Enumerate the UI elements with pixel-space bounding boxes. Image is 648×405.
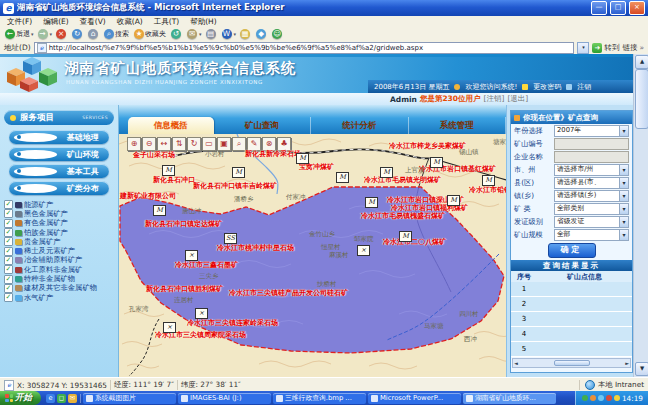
mine-label[interactable]: 金子山采石场 — [133, 150, 175, 160]
mine-label[interactable]: 冷水江市铅锌矿 — [469, 185, 506, 195]
field-control[interactable]: 全部 — [554, 229, 629, 241]
logout-link[interactable]: 注销 — [577, 82, 591, 92]
table-row[interactable]: 3 — [511, 312, 632, 327]
sidebar-section-button[interactable]: 矿山环境 — [9, 147, 109, 161]
mine-marker[interactable]: M — [399, 231, 412, 242]
mine-label[interactable]: 新化县石冲口镇定达煤矿 — [145, 219, 222, 229]
links-button[interactable]: 链接 » — [622, 43, 644, 53]
tab[interactable]: 统计分析 — [311, 117, 408, 134]
mine-label[interactable]: 新化县新冷采石场 — [245, 149, 301, 159]
tray-icon[interactable] — [606, 395, 612, 401]
zoom-out-tool[interactable]: ⊖ — [142, 137, 156, 151]
mine-label[interactable]: 冷水江市三鑫石墨矿 — [175, 260, 238, 270]
mine-label[interactable]: 冷水江市三尖镇连家岭采石场 — [187, 318, 278, 328]
mine-marker[interactable]: M — [430, 157, 443, 168]
select-region-tool[interactable]: ▣ — [217, 137, 231, 151]
task-button[interactable]: 湖南省矿山地质环... — [463, 393, 556, 404]
field-control[interactable]: 请选择县(市、 — [554, 177, 629, 189]
mine-label[interactable]: 新化县石冲口镇胜利煤矿 — [146, 284, 223, 294]
task-button[interactable]: 系统截图图片 — [83, 393, 176, 404]
checkbox-checked-icon[interactable] — [4, 247, 13, 256]
checkbox-checked-icon[interactable] — [4, 237, 13, 246]
history-button[interactable]: ↺ — [171, 29, 183, 39]
scroll-right-icon[interactable]: ► — [625, 360, 629, 366]
mine-marker[interactable]: M — [153, 205, 166, 216]
exit-link[interactable]: [退出] — [507, 94, 528, 104]
mineral-layer-item[interactable]: 冶金辅助原料矿产 — [0, 256, 118, 265]
measure-tool[interactable]: ⇅ — [172, 137, 186, 151]
mineral-layer-item[interactable]: 化工原料非金属矿 — [0, 265, 118, 274]
mine-label[interactable]: 冷水江市梓龙乡吴家煤矿 — [389, 141, 466, 151]
map-canvas[interactable]: ⊕⊖↔⇅↻▭▣⌕✎⊗♣ 金子山采石场新化县新冷采石场冷水江市梓龙乡吴家煤矿冷水江… — [119, 134, 506, 377]
menu-item[interactable]: 帮助(H) — [190, 17, 217, 27]
mine-marker[interactable]: × — [185, 250, 198, 261]
sidebar-section-button[interactable]: 基本工具 — [9, 164, 109, 178]
identify-tool[interactable]: ⌕ — [232, 137, 246, 151]
checkbox-checked-icon[interactable] — [4, 256, 13, 265]
mineral-layer-item[interactable]: 有色金属矿产 — [0, 219, 118, 228]
checkbox-checked-icon[interactable] — [4, 228, 13, 237]
favorites-button[interactable]: ★ 收藏夹 — [134, 29, 167, 39]
scroll-down-icon[interactable]: ▼ — [635, 362, 648, 376]
field-control[interactable] — [554, 138, 629, 150]
mineral-layer-item[interactable]: 特种非金属矿物 — [0, 274, 118, 283]
mine-marker[interactable]: × — [195, 308, 208, 319]
field-control[interactable]: 全部类别 — [554, 203, 629, 215]
menu-item[interactable]: 编辑(E) — [43, 17, 69, 27]
mineral-layer-item[interactable]: 稀土及元素矿产 — [0, 246, 118, 255]
task-button[interactable]: 三维行政查询.bmp ... — [273, 393, 366, 404]
submit-button[interactable]: 确定 — [548, 243, 596, 258]
search-button[interactable]: ⌕ 搜索 — [104, 29, 130, 39]
address-dropdown-button[interactable]: ▾ — [577, 42, 589, 54]
sidebar-section-button[interactable]: 基础地理 — [9, 130, 109, 144]
mineral-layer-item[interactable]: 能源矿产 — [0, 200, 118, 209]
mine-label[interactable]: 冷水江市毛易镇槐盛石煤矿 — [361, 211, 445, 221]
page-vertical-scrollbar[interactable]: ▲ ▼ — [633, 54, 648, 377]
mineral-layer-item[interactable]: 贵金属矿产 — [0, 237, 118, 246]
tab[interactable]: 系统管理 — [409, 117, 506, 134]
tab[interactable]: 信息概括 — [128, 117, 214, 134]
mine-marker[interactable]: M — [482, 175, 495, 186]
task-button[interactable]: Microsoft PowerP... — [368, 393, 461, 404]
mine-marker[interactable]: M — [336, 172, 349, 183]
checkbox-checked-icon[interactable] — [4, 265, 13, 274]
menu-item[interactable]: 文件(F) — [7, 17, 32, 27]
quick-launch-icon[interactable]: ✉ — [68, 394, 77, 403]
scrollbar-thumb[interactable] — [635, 69, 648, 129]
table-row[interactable]: 4 — [511, 327, 632, 342]
close-button[interactable]: × — [629, 1, 645, 15]
mine-label[interactable]: 冷水江市桃冲村中星石场 — [217, 243, 294, 253]
scroll-left-icon[interactable]: ◄ — [514, 360, 518, 366]
checkbox-checked-icon[interactable] — [4, 293, 13, 302]
edit-button[interactable]: W ▾ — [222, 29, 237, 39]
mail-button[interactable]: ✉ ▾ — [187, 29, 202, 39]
forward-button[interactable]: → ▾ — [38, 29, 53, 39]
mineral-layer-item[interactable]: 建材及其它非金属矿物 — [0, 284, 118, 293]
address-input[interactable]: e http://localhost/%e7%9f%bf%e5%b1%b1%e5… — [34, 42, 575, 54]
mine-marker[interactable]: M — [296, 153, 309, 164]
mine-label[interactable]: 新化县石冲口 — [153, 175, 195, 185]
mine-marker[interactable]: M — [162, 165, 175, 176]
minimize-button[interactable]: — — [591, 1, 607, 15]
mine-marker[interactable]: M — [232, 167, 245, 178]
refresh-button[interactable]: ↻ — [72, 29, 84, 39]
messenger-button[interactable]: ☺ — [272, 29, 284, 39]
table-row[interactable]: 5 — [511, 342, 632, 357]
tray-icon[interactable] — [582, 395, 588, 401]
quick-launch-icon[interactable]: ◻ — [57, 394, 66, 403]
change-password-link[interactable]: 更改密码 — [533, 82, 561, 92]
mine-label[interactable]: 新化县石冲口镇丰吉岭煤矿 — [193, 181, 277, 191]
go-button[interactable]: ➜ 转到 — [592, 43, 619, 53]
home-button[interactable]: ⌂ — [88, 29, 100, 39]
sidebar-section-button[interactable]: 矿类分布 — [9, 181, 109, 195]
field-control[interactable]: 省级发证 — [554, 216, 629, 228]
table-row[interactable]: 1 — [511, 282, 632, 297]
mineral-layer-item[interactable]: 黑色金属矿产 — [0, 209, 118, 218]
scroll-up-icon[interactable]: ▲ — [635, 55, 648, 69]
field-control[interactable]: 请选择镇(乡) — [554, 190, 629, 202]
pan-tool[interactable]: ↔ — [157, 137, 171, 151]
menu-item[interactable]: 查看(V) — [80, 17, 106, 27]
mine-marker[interactable]: M — [447, 195, 460, 206]
menu-item[interactable]: 工具(T) — [154, 17, 179, 27]
tray-icon[interactable] — [590, 395, 596, 401]
